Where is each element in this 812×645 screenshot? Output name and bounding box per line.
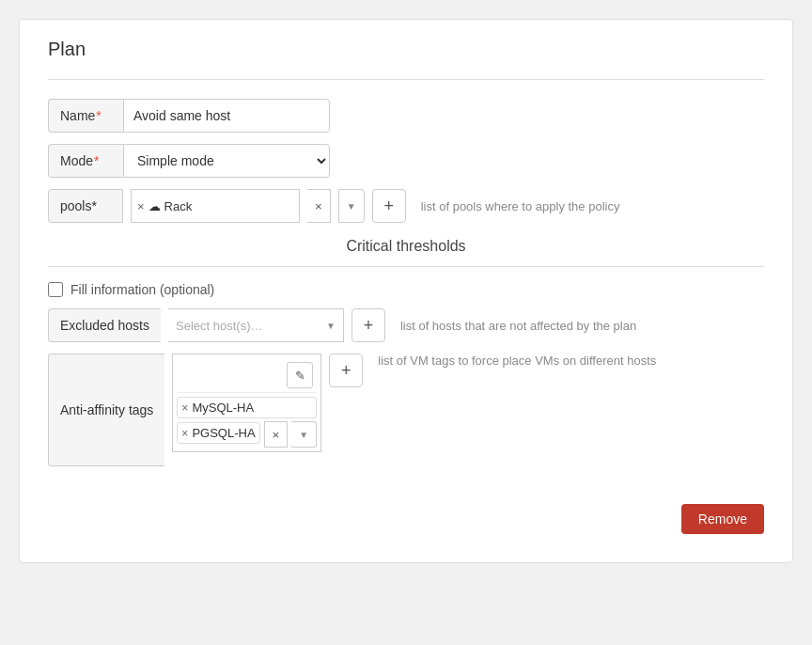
plan-title: Plan [48,39,764,60]
host-select-wrapper: Select host(s)… ▼ [168,308,344,342]
excluded-hosts-wrapper: Excluded hosts Select host(s)… ▼ + list … [48,308,764,342]
pgsql-clear-btn[interactable]: × [264,421,289,448]
excluded-hosts-placeholder: Select host(s)… [176,319,262,333]
pool-tag-rack: ☁ Rack [148,199,193,213]
excluded-hosts-caret-icon: ▼ [326,321,336,331]
mode-row: Mode* Simple mode Advanced mode [48,144,764,178]
name-label: Name* [48,99,123,133]
pools-input-area[interactable]: × ☁ Rack [131,189,300,223]
name-input[interactable] [123,99,330,133]
pools-hint: list of pools where to apply the policy [421,199,620,213]
mysql-tag-remove[interactable]: × [181,401,188,415]
pool-clear-x-icon: × [315,199,322,213]
excluded-hosts-hint: list of hosts that are not affected by t… [400,319,636,333]
anti-affinity-content: ✎ × MySQL-HA × PGSQL-HA × ▼ [172,354,321,452]
excluded-hosts-add-icon: + [364,316,374,336]
pgsql-caret-icon: ▼ [299,430,308,440]
excluded-hosts-dropdown-btn[interactable]: ▼ [319,308,344,342]
excluded-hosts-select[interactable]: Select host(s)… [168,308,319,342]
mode-select[interactable]: Simple mode Advanced mode [123,144,330,178]
fill-info-checkbox[interactable] [48,282,63,297]
anti-affinity-add-btn[interactable]: + [329,354,363,387]
anti-affinity-row: Anti-affinity tags ✎ × MySQL-HA × PGSQL-… [48,354,764,466]
pools-required: * [91,198,96,213]
critical-thresholds-title: Critical thresholds [48,238,764,255]
anti-tag-pgsql: × PGSQL-HA [177,422,259,444]
anti-affinity-hint: list of VM tags to force place VMs on di… [378,354,656,368]
excluded-hosts-label: Excluded hosts [48,308,161,342]
mysql-tag-name: MySQL-HA [192,401,254,415]
fill-info-row: Fill information (optional) [48,282,764,297]
anti-affinity-add-icon: + [341,361,351,381]
pool-tag-rack-name: Rack [164,199,193,213]
pgsql-clear-icon: × [273,428,280,442]
mode-required: * [94,153,99,168]
pools-label: pools* [48,189,123,223]
pgsql-tag-remove[interactable]: × [181,427,188,440]
pgsql-tag-row: × PGSQL-HA × ▼ [177,421,317,448]
pools-clear-btn[interactable]: × [307,189,331,223]
pools-row: pools* × ☁ Rack × ▼ + lis [48,189,764,223]
fill-info-label[interactable]: Fill information (optional) [70,282,214,297]
remove-button[interactable]: Remove [681,504,764,534]
name-row: Name* [48,99,764,133]
name-required: * [96,108,101,123]
anti-affinity-edit-btn[interactable]: ✎ [287,362,313,388]
pools-add-icon: + [383,197,394,216]
pool-remove-x[interactable]: × [137,199,145,213]
anti-tag-mysql: × MySQL-HA [177,397,317,418]
mode-label: Mode* [48,144,123,178]
cloud-icon: ☁ [148,199,161,213]
excluded-hosts-add-btn[interactable]: + [351,308,385,342]
pools-caret-icon: ▼ [347,201,356,212]
pools-add-btn[interactable]: + [372,189,406,223]
pgsql-tag-name: PGSQL-HA [192,426,255,440]
anti-affinity-header: ✎ [177,358,317,393]
bottom-row: Remove [48,485,764,534]
pools-dropdown-btn[interactable]: ▼ [338,189,365,223]
title-divider [48,79,764,80]
pgsql-dropdown-btn[interactable]: ▼ [291,421,317,448]
anti-affinity-label: Anti-affinity tags [48,354,164,466]
form-section: Name* Mode* Simple mode Advanced mode po… [48,99,764,223]
critical-divider [48,266,764,267]
edit-icon: ✎ [295,369,305,383]
